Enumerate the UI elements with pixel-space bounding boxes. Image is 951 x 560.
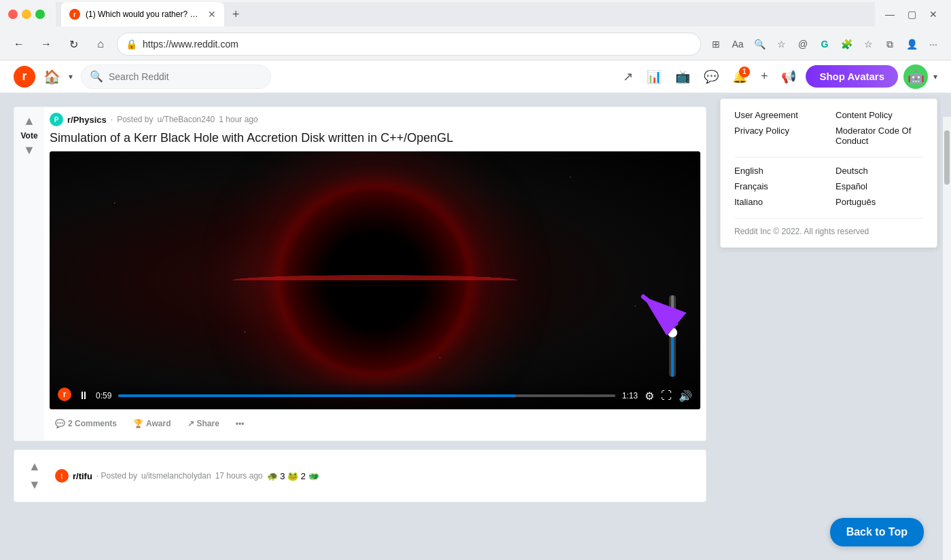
search-input[interactable]: [109, 71, 262, 82]
content-policy-link[interactable]: Content Policy: [836, 110, 923, 120]
downvote-btn[interactable]: ▼: [22, 142, 37, 159]
home-button[interactable]: ⌂: [90, 33, 111, 55]
footer-divider-1: [734, 157, 923, 157]
reddit-logo[interactable]: r: [14, 66, 35, 88]
share-icon-btn[interactable]: ↗: [619, 65, 637, 88]
sidebar-btn[interactable]: ⧉: [880, 35, 899, 54]
notification-btn[interactable]: 🔔 1: [728, 65, 751, 88]
upvote-btn[interactable]: ▲: [22, 113, 37, 130]
language-espanol[interactable]: Español: [836, 181, 923, 191]
zoom-btn[interactable]: 🔍: [750, 35, 769, 54]
fullscreen-btn[interactable]: ⛶: [661, 390, 672, 402]
post-card-2: ▲ ▼ t r/tifu · Posted by u/itsmelancholy…: [14, 449, 706, 502]
scrollbar[interactable]: [943, 117, 951, 536]
megaphone-btn[interactable]: 📢: [777, 65, 800, 88]
at-btn[interactable]: @: [793, 35, 812, 54]
favorites-btn[interactable]: ☆: [772, 35, 791, 54]
progress-fill: [118, 394, 516, 397]
privacy-policy-link[interactable]: Privacy Policy: [734, 126, 822, 146]
user-expand-btn[interactable]: ▾: [933, 72, 937, 81]
tab-bar: r (1) Which would you rather? 200 ✕ +: [56, 2, 875, 26]
language-italiano[interactable]: Italiano: [734, 197, 822, 207]
user-avatar[interactable]: 🤖: [903, 64, 928, 89]
post2-username[interactable]: u/itsmelancholydan: [141, 471, 211, 481]
subreddit-link[interactable]: r/Physics: [67, 115, 107, 125]
upvote-btn-2[interactable]: ▲: [27, 458, 42, 475]
footer-links-grid: User Agreement Content Policy Privacy Po…: [734, 110, 923, 146]
posted-by: Posted by: [117, 115, 153, 124]
minimize-window-btn[interactable]: [22, 10, 31, 19]
restore-btn[interactable]: ▢: [902, 5, 921, 24]
add-btn[interactable]: +: [757, 65, 772, 88]
footer-copyright: Reddit Inc © 2022. All rights reserved: [734, 227, 923, 236]
language-deutsch[interactable]: Deutsch: [836, 166, 923, 176]
post2-meta-text: · Posted by: [96, 471, 137, 481]
chat-icon-btn[interactable]: 💬: [700, 65, 723, 88]
url-text: https://www.reddit.com: [143, 39, 238, 50]
arrow-svg: [632, 280, 687, 335]
share-btn[interactable]: ↗ Share: [182, 415, 225, 432]
award-btn[interactable]: 🏆 Award: [128, 415, 176, 432]
title-bar: r (1) Which would you rather? 200 ✕ + — …: [0, 0, 951, 29]
tab-grid-btn[interactable]: ⊞: [706, 35, 725, 54]
search-bar[interactable]: 🔍: [81, 64, 271, 89]
video-container[interactable]: r ⏸ 0:59 1:13 ⚙ ⛶ 🔊: [50, 151, 700, 409]
refresh-button[interactable]: ↻: [62, 33, 84, 55]
scrollbar-thumb[interactable]: [944, 130, 950, 185]
active-tab[interactable]: r (1) Which would you rather? 200 ✕: [61, 2, 224, 26]
profile-btn[interactable]: 👤: [902, 35, 921, 54]
close-window-btn[interactable]: [8, 10, 18, 19]
post2-subreddit-icon: t: [55, 469, 69, 483]
back-button[interactable]: ←: [8, 33, 30, 55]
extensions-btn[interactable]: 🧩: [837, 35, 856, 54]
moderator-code-link[interactable]: Moderator Code Of Conduct: [836, 126, 923, 146]
close-tab-btn[interactable]: ✕: [208, 9, 216, 20]
reddit-icon: r: [58, 388, 71, 401]
language-english[interactable]: English: [734, 166, 822, 176]
username[interactable]: u/TheBacon240: [158, 115, 215, 124]
edge-btn[interactable]: G: [815, 35, 834, 54]
play-pause-btn[interactable]: ⏸: [78, 390, 89, 402]
home-icon[interactable]: 🏠: [43, 69, 60, 85]
language-portugues[interactable]: Português: [836, 197, 923, 207]
post2-time: 17 hours ago: [215, 471, 263, 481]
settings-btn[interactable]: ⚙: [645, 390, 654, 403]
post-actions: 💬 2 Comments 🏆 Award ↗ Share •••: [50, 409, 700, 435]
post2-subreddit[interactable]: r/tifu: [73, 471, 92, 481]
translate-btn[interactable]: Aа: [728, 35, 747, 54]
cast-icon-btn[interactable]: 📺: [671, 65, 694, 88]
browser-toolbar: ⊞ Aа 🔍 ☆ @ G 🧩 ☆ ⧉ 👤 ···: [706, 35, 943, 54]
close-btn[interactable]: ✕: [924, 5, 943, 24]
vote-column: ▲ Vote ▼: [14, 107, 44, 441]
forward-button[interactable]: →: [35, 33, 57, 55]
post-meta: P r/Physics · Posted by u/TheBacon240 1 …: [50, 113, 700, 126]
collections-btn[interactable]: ☆: [859, 35, 878, 54]
expand-community-btn[interactable]: ▾: [69, 72, 73, 81]
award-icon: 🏆: [133, 419, 143, 428]
footer-divider-2: [734, 218, 923, 219]
user-agreement-link[interactable]: User Agreement: [734, 110, 822, 120]
address-bar[interactable]: 🔒 https://www.reddit.com: [117, 33, 701, 56]
new-tab-button[interactable]: +: [227, 5, 245, 24]
browser-chrome: r (1) Which would you rather? 200 ✕ + — …: [0, 0, 951, 60]
right-sidebar: User Agreement Content Policy Privacy Po…: [720, 93, 951, 536]
footer-dropdown: User Agreement Content Policy Privacy Po…: [720, 98, 937, 248]
volume-btn[interactable]: 🔊: [679, 390, 692, 403]
more-btn[interactable]: •••: [230, 415, 250, 432]
reddit-watermark: r: [58, 388, 71, 404]
maximize-window-btn[interactable]: [35, 10, 45, 19]
navigation-bar: ← → ↻ ⌂ 🔒 https://www.reddit.com ⊞ Aа 🔍 …: [0, 29, 951, 60]
minimize-btn[interactable]: —: [880, 5, 899, 24]
post-content: P r/Physics · Posted by u/TheBacon240 1 …: [44, 107, 706, 441]
vote-count: Vote: [20, 131, 37, 141]
progress-bar[interactable]: [118, 394, 615, 397]
video-controls: r ⏸ 0:59 1:13 ⚙ ⛶ 🔊: [50, 382, 700, 409]
volume-fill: [671, 332, 674, 377]
back-to-top-button[interactable]: Back to Top: [830, 518, 924, 536]
downvote-btn-2[interactable]: ▼: [27, 477, 42, 493]
shop-avatars-button[interactable]: Shop Avatars: [806, 65, 898, 88]
comments-btn[interactable]: 💬 2 Comments: [50, 415, 122, 432]
more-btn[interactable]: ···: [924, 35, 943, 54]
stats-icon-btn[interactable]: 📊: [643, 65, 666, 88]
language-francais[interactable]: Français: [734, 181, 822, 191]
